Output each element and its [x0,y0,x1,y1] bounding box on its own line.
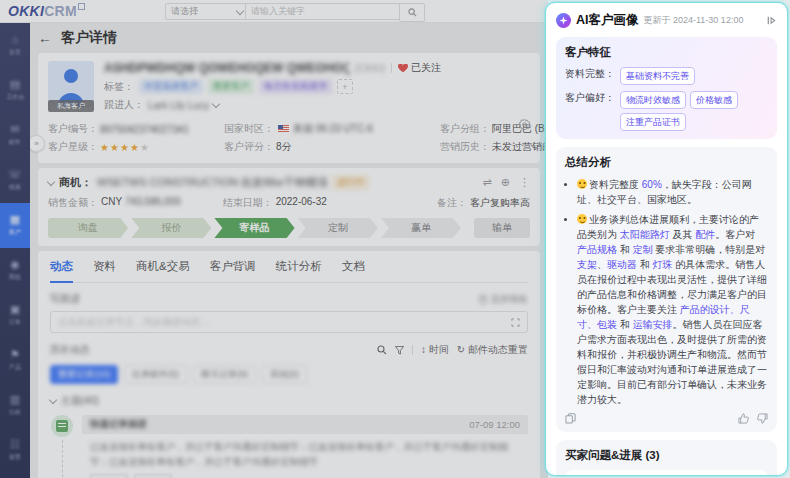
nav-icon: ▤ [10,79,20,90]
followup-input[interactable]: 点击此处记录节点，同步跟进动态… [50,311,528,333]
topbar: OKKICRM 请选择 请输入关键字 [0,0,548,23]
customer-pool-badge: 私海客户 [48,100,94,112]
sidebar-item-2[interactable]: ✉邮件 [0,113,30,158]
customer-tags: 外贸高潜客户重要客户每月有采购需求 [139,79,332,94]
stage-赢单: 赢单 [381,218,461,238]
us-flag-icon [278,125,289,133]
tab-0[interactable]: 动态 [50,259,73,283]
filter-chip-2[interactable]: 聊天记录(8) [193,365,256,384]
sort-by-time[interactable]: ↕ 时间 [421,343,449,357]
sidebar-item-8[interactable]: ▥分析 [0,383,30,428]
follow-toggle[interactable]: 已关注 [398,61,441,75]
tab-2[interactable]: 商机&交易 [136,259,190,282]
page-title: 客户详情 [61,29,117,47]
sidebar-nav: ⌂首页▤工作台✉邮件☏线索▦客户◉商机▣订单⚑产品▥分析☷设置 [0,23,30,478]
customer-card: 私海客户 ASHDPWDHQW QOWEHOQEW QWEOHOQEW (CKK… [38,53,540,163]
add-tag-button[interactable]: + [337,79,353,94]
buyer-title: 买家问题&进展 (3) [565,448,768,463]
summary-analysis-card: 总结分析 资料完整度 60%，缺失字段：公司网址、社交平台、国家地区。业务谈判总… [556,147,777,432]
detail-panel: 动态资料商机&交易客户背调统计分析文档 写跟进 选择模板 点击此处记录节点，同步… [38,251,540,478]
collapse-icon[interactable] [47,177,55,185]
follower-names: Lark Lily Lucy [148,100,209,111]
customer-name: ASHDPWDHQW QOWEHOQEW QWEOHOQEW [104,61,349,75]
thumbs-down-icon[interactable] [757,413,768,424]
timeline-attachments [82,469,528,478]
sidebar-item-4[interactable]: ▦客户 [0,203,30,248]
tags-label: 标签： [104,80,134,94]
nav-label: 分析 [9,408,21,417]
nav-label: 产品 [9,363,21,372]
feature-tag: 基础资料不完善 [620,67,695,85]
nav-icon: ✉ [10,124,19,135]
panel-collapse-button[interactable] [766,15,777,26]
nav-icon: ▥ [10,394,20,405]
ai-sparkle-icon [556,13,571,28]
sidebar-item-9[interactable]: ☷设置 [0,428,30,473]
detail-tabs: 动态资料商机&交易客户背调统计分析文档 [50,259,528,283]
copy-icon[interactable] [565,413,576,424]
feature-row: 客户偏好：物流时效敏感价格敏感注重产品证书 [565,91,768,131]
filter-chip-1[interactable]: 往来邮件(5) [124,365,187,384]
thumbs-up-icon[interactable] [738,413,749,424]
search-icon[interactable] [377,345,387,355]
tab-5[interactable]: 文档 [342,259,365,282]
pipeline-stages: 询盘报价寄样品定制赢单输单 [48,218,530,238]
tab-4[interactable]: 统计分析 [276,259,322,282]
timeline-content: 已发送报价单给客户，并已于客户沟通好定制细节；已发送报价单给客户，并已于客户沟通… [82,434,528,469]
reset-activity[interactable]: ↻ 邮件动态重置 [457,343,528,357]
marketing-value: 未发过营销邮件 [492,140,548,154]
nav-icon: ◉ [10,259,20,270]
follower-label: 跟进人： [104,98,144,112]
search-scope-select[interactable]: 请选择 [165,3,249,20]
settings-button[interactable] [519,119,530,130]
sidebar-item-7[interactable]: ⚑产品 [0,338,30,383]
search-icon [408,8,417,17]
more-icon[interactable]: ⋮ [519,176,530,189]
customer-tag: 每月有采购需求 [259,79,332,94]
filter-icon[interactable] [395,346,404,355]
swap-icon[interactable]: ⇌ [483,176,492,189]
opportunity-label: 商机： [59,175,92,190]
sidebar-item-0[interactable]: ⌂首页 [0,23,30,68]
activity-title: 历史动态 [50,343,90,357]
search-input[interactable]: 请输入关键字 [245,3,405,20]
stage-定制: 定制 [298,218,378,238]
back-icon[interactable]: ← [38,30,52,46]
filter-chip-3[interactable]: 其他(5) [262,365,307,384]
ai-updated-time: 更新于 2024-11-30 12:00 [644,14,744,27]
buyer-question-item: 买家问题 2024-04-27 查看聊天旅程 买家要求分期支付定金，并询问是否有… [565,470,768,476]
tab-1[interactable]: 资料 [93,259,116,282]
filter-chip-0[interactable]: 重要记录(10) [50,365,118,384]
template-picker[interactable]: 选择模板 [479,293,528,306]
chevron-down-icon[interactable] [212,100,220,108]
crm-region: OKKICRM 请选择 请输入关键字 ⌂首页▤工作台✉邮件☏线索▦客户◉商机▣订… [0,0,548,478]
tab-3[interactable]: 客户背调 [210,259,256,282]
feature-tag: 注重产品证书 [620,113,686,131]
sidebar-item-3[interactable]: ☏线索 [0,158,30,203]
sidebar-item-5[interactable]: ◉商机 [0,248,30,293]
sidebar-item-1[interactable]: ▤工作台 [0,68,30,113]
attachment-thumbnail[interactable] [134,474,172,478]
nav-icon: ▦ [10,214,20,225]
activity-group-row[interactable]: 主题(40) [50,394,528,408]
customer-tag: 外贸高潜客户 [139,79,203,94]
timeline-card[interactable]: 快递记录跟进 07-09 12:00 已发送报价单给客户，并已于客户沟通好定制细… [82,415,528,478]
nav-label: 邮件 [9,138,21,147]
customer-fields: 客户编号：8975042374027341 国家时区：美国 06:23 UTC-… [48,120,530,156]
nav-icon: ▣ [10,304,20,315]
stage-询盘: 询盘 [48,218,128,238]
customer-code: (CKKI) [355,63,385,74]
activity-type-icon [51,415,73,437]
nav-label: 订单 [9,318,21,327]
timeline-title: 快递记录跟进 [90,418,147,431]
attachment-thumbnail[interactable] [90,474,128,478]
search-button[interactable] [399,3,425,22]
end-date-value: 2022-06-32 [276,196,327,210]
activity-filter-chips: 重要记录(10)往来邮件(5)聊天记录(8)其他(5) [50,365,528,384]
customer-features-card: 客户特征 资料完整：基础资料不完善客户偏好：物流时效敏感价格敏感注重产品证书 [556,37,777,139]
expand-fullscreen-icon[interactable] [511,318,520,327]
target-icon[interactable]: ⊕ [501,176,510,189]
nav-label: 设置 [9,453,21,462]
sidebar-item-6[interactable]: ▣订单 [0,293,30,338]
smiley-emoji-icon [577,214,587,224]
